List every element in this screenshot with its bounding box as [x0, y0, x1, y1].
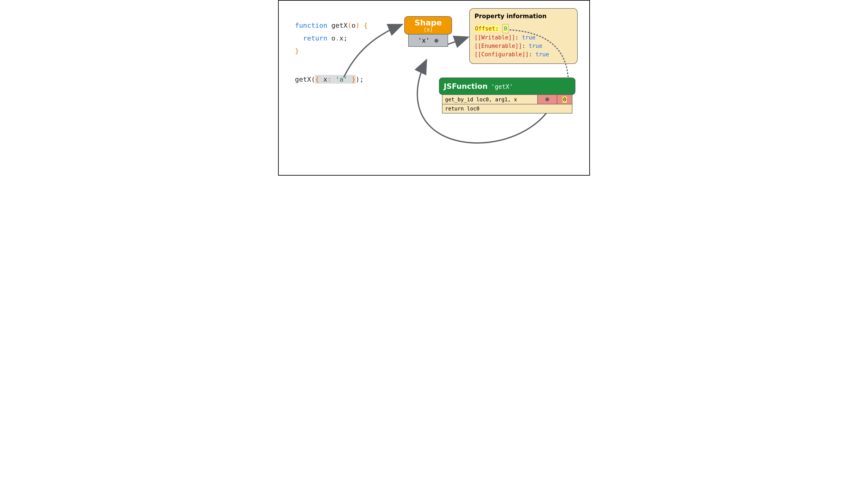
- call-name: getX: [295, 75, 311, 83]
- jsfunction-title: JSFunction: [444, 82, 488, 91]
- brace-open: {: [364, 22, 368, 29]
- call-paren-open: (: [311, 75, 315, 83]
- writable-label: [[Writable]]: [474, 34, 515, 41]
- enumerable-row: [[Enumerable]]: true: [474, 42, 572, 50]
- enumerable-label: [[Enumerable]]: [474, 43, 522, 49]
- configurable-label: [[Configurable]]: [474, 51, 529, 58]
- writable-row: [[Writable]]: true: [474, 33, 572, 42]
- obj-key: x: [323, 75, 328, 83]
- offset-label: Offset: [475, 25, 495, 32]
- jsfunction-body: get_by_id loc0, arg1, x 0 return loc0: [442, 92, 572, 114]
- offset-value: 0: [502, 24, 508, 33]
- function-name: getX: [331, 22, 348, 29]
- jsfunction-name: 'getX': [491, 83, 513, 90]
- jsfunction-header: JSFunction 'getX': [439, 78, 576, 95]
- object-literal-highlight: { x: 'a' }: [315, 75, 355, 84]
- shape-header: Shape (x): [404, 16, 452, 34]
- configurable-row: [[Configurable]]: true: [474, 50, 572, 59]
- code-spacer: [295, 57, 368, 73]
- code-line-2: return o.x;: [295, 32, 368, 44]
- keyword-return: return: [303, 34, 327, 42]
- shape-title: Shape: [405, 19, 452, 27]
- diagram-canvas: function getX(o) { return o.x; } getX({ …: [278, 0, 590, 176]
- shape-pointer-dot: [434, 39, 438, 43]
- enumerable-value: true: [529, 43, 542, 49]
- shape-entry: 'x': [418, 37, 430, 44]
- bytecode-cell-return: return loc0: [442, 104, 572, 114]
- dot-accessor: .: [336, 34, 340, 42]
- obj-brace-open: {: [315, 75, 319, 83]
- shape-pointer-dot: [545, 97, 549, 101]
- param-o: o: [351, 22, 355, 29]
- obj-val: 'a': [336, 75, 348, 83]
- code-block: function getX(o) { return o.x; } getX({ …: [295, 19, 368, 86]
- property-info-title: Property information: [474, 12, 572, 20]
- configurable-value: true: [535, 51, 549, 58]
- shape-sub: (x): [405, 27, 452, 33]
- code-line-1: function getX(o) {: [295, 19, 368, 32]
- shape-box: Shape (x) 'x': [404, 16, 452, 47]
- brace-close: }: [295, 47, 299, 55]
- property-info-box: Property information Offset: 0 [[Writabl…: [469, 8, 578, 64]
- bytecode-row-2: return loc0: [442, 104, 572, 114]
- semicolon: ;: [343, 34, 348, 42]
- obj-brace-close: }: [351, 75, 355, 83]
- paren-open: (: [348, 22, 352, 29]
- writable-value: true: [522, 34, 535, 41]
- call-paren-close: );: [355, 75, 364, 83]
- offset-row: Offset: 0: [474, 24, 572, 33]
- obj-colon: :: [327, 75, 331, 83]
- jsfunction-box: JSFunction 'getX' get_by_id loc0, arg1, …: [439, 78, 576, 114]
- bytecode-offset: 0: [563, 97, 566, 103]
- paren-close: ): [355, 22, 360, 29]
- return-prop: x: [339, 34, 343, 42]
- return-obj: o: [331, 34, 336, 42]
- keyword-function: function: [295, 22, 327, 29]
- code-line-3: }: [295, 44, 368, 57]
- code-line-call: getX({ x: 'a' });: [295, 73, 368, 86]
